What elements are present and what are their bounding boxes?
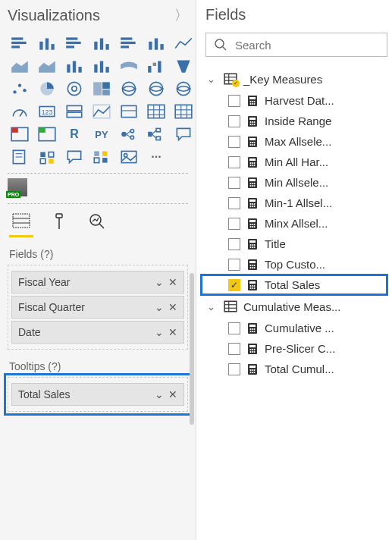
viz-r-visual-badge-icon[interactable] xyxy=(8,124,32,144)
field-item[interactable]: Cumulative ... xyxy=(205,318,387,338)
chevron-down-icon[interactable]: ⌄ xyxy=(155,388,164,400)
viz-filled-map-icon[interactable] xyxy=(144,79,168,99)
svg-rect-12 xyxy=(121,37,132,39)
chevron-down-icon[interactable]: ⌄ xyxy=(155,276,164,288)
svg-point-158 xyxy=(250,246,252,248)
viz-r-visual-icon[interactable]: R xyxy=(62,124,86,144)
viz-matrix-icon[interactable] xyxy=(171,102,196,121)
checkbox[interactable] xyxy=(228,259,240,271)
viz-stacked-area-icon[interactable] xyxy=(35,56,59,76)
search-input[interactable] xyxy=(235,39,379,52)
checkbox[interactable] xyxy=(228,279,240,291)
viz-key-influencers-icon[interactable] xyxy=(117,124,141,144)
checkbox[interactable] xyxy=(228,363,240,375)
field-item[interactable]: Min-1 Allsel... xyxy=(205,193,387,213)
viz-python-visual-badge-icon[interactable] xyxy=(35,124,59,144)
viz-map-icon[interactable] xyxy=(117,79,141,99)
checkbox[interactable] xyxy=(228,218,240,230)
checkbox[interactable] xyxy=(228,238,240,250)
tab-analytics[interactable] xyxy=(85,213,109,237)
viz-config-tabs xyxy=(8,209,188,237)
remove-icon[interactable]: ✕ xyxy=(168,326,177,338)
viz-multi-row-card-icon[interactable] xyxy=(62,102,86,121)
viz-speech-icon[interactable] xyxy=(62,147,86,167)
search-box[interactable] xyxy=(205,33,387,57)
checkbox[interactable] xyxy=(228,197,240,209)
tab-format[interactable] xyxy=(47,213,71,237)
remove-icon[interactable]: ✕ xyxy=(168,388,177,400)
viz-stacked-column-icon[interactable] xyxy=(35,33,59,53)
viz-100-stacked-bar-icon[interactable] xyxy=(117,33,141,53)
checkbox[interactable] xyxy=(228,115,240,127)
svg-rect-60 xyxy=(39,127,45,133)
field-item[interactable]: Min Allsele... xyxy=(205,172,387,193)
svg-rect-11 xyxy=(105,44,108,50)
checkbox[interactable] xyxy=(228,322,240,334)
svg-rect-81 xyxy=(102,158,108,163)
viz-donut-icon[interactable] xyxy=(62,79,86,99)
svg-rect-10 xyxy=(100,39,103,50)
checkbox[interactable] xyxy=(228,343,240,355)
viz-clustered-column-icon[interactable] xyxy=(89,33,114,53)
viz-ribbon-icon[interactable] xyxy=(117,56,141,76)
viz-clustered-bar-icon[interactable] xyxy=(62,33,86,53)
field-item[interactable]: Inside Range xyxy=(205,111,387,131)
field-group-header[interactable]: ⌄Cumulative Meas... xyxy=(205,295,387,318)
scrollbar-thumb[interactable] xyxy=(190,273,194,425)
pro-custom-visual-icon[interactable] xyxy=(8,178,27,196)
viz-line-clustered-column-icon[interactable] xyxy=(89,56,114,76)
checkbox[interactable] xyxy=(228,136,240,148)
viz-gauge-icon[interactable] xyxy=(8,102,32,121)
field-well[interactable]: Date⌄✕ xyxy=(11,321,184,344)
viz-stacked-bar-icon[interactable] xyxy=(8,33,32,53)
field-item[interactable]: Pre-Slicer C... xyxy=(205,338,387,359)
viz-kpi-icon[interactable] xyxy=(89,102,114,121)
checkbox[interactable] xyxy=(228,177,240,189)
field-well[interactable]: Total Sales⌄✕ xyxy=(11,383,184,406)
chevron-down-icon[interactable]: ⌄ xyxy=(155,326,164,338)
field-item[interactable]: Minx Allsel... xyxy=(205,213,387,234)
viz-pie-icon[interactable] xyxy=(35,79,59,99)
chevron-down-icon: ⌄ xyxy=(207,74,218,85)
field-item[interactable]: Min All Har... xyxy=(205,152,387,172)
viz-decomposition-icon[interactable] xyxy=(144,124,168,144)
viz-table-icon[interactable] xyxy=(144,102,168,121)
field-well[interactable]: Fiscal Year⌄✕ xyxy=(11,271,184,294)
checkbox[interactable] xyxy=(228,156,240,168)
viz-treemap-icon[interactable] xyxy=(89,79,114,99)
viz-image-icon[interactable] xyxy=(117,147,141,167)
svg-point-175 xyxy=(252,287,253,289)
viz-waterfall-icon[interactable] xyxy=(144,56,168,76)
viz-line-icon[interactable] xyxy=(171,33,196,53)
viz-100-stacked-column-icon[interactable] xyxy=(144,33,168,53)
field-item[interactable]: Top Custo... xyxy=(205,254,387,275)
field-group-header[interactable]: ⌄✓_Key Measures xyxy=(205,68,387,90)
remove-icon[interactable]: ✕ xyxy=(168,276,177,288)
field-item[interactable]: Total Cumul... xyxy=(205,359,387,379)
collapse-chevron-icon[interactable]: 〉 xyxy=(174,6,188,24)
tab-fields[interactable] xyxy=(9,213,33,237)
viz-shape-map-icon[interactable] xyxy=(171,79,196,99)
viz-apps-icon[interactable] xyxy=(89,147,114,167)
field-item[interactable]: Total Sales xyxy=(201,275,387,295)
viz-scatter-icon[interactable] xyxy=(8,79,32,99)
field-item[interactable]: Max Allsele... xyxy=(205,131,387,152)
viz-q-and-a-icon[interactable] xyxy=(171,124,196,144)
field-item[interactable]: Harvest Dat... xyxy=(205,90,387,111)
remove-icon[interactable]: ✕ xyxy=(168,301,177,313)
viz-more-icon[interactable]: ··· xyxy=(144,147,168,167)
viz-paginated-icon[interactable] xyxy=(8,147,32,167)
checkbox[interactable] xyxy=(228,95,240,107)
viz-python-visual-icon[interactable]: PY xyxy=(89,124,114,144)
fields-panel-title: Fields xyxy=(205,6,246,24)
viz-slicer-icon[interactable] xyxy=(117,102,141,121)
viz-data-point-icon[interactable] xyxy=(35,147,59,167)
field-well[interactable]: Fiscal Quarter⌄✕ xyxy=(11,296,184,319)
viz-funnel-icon[interactable] xyxy=(171,56,196,76)
field-label: Cumulative ... xyxy=(265,322,334,334)
viz-line-stacked-column-icon[interactable] xyxy=(62,56,86,76)
chevron-down-icon[interactable]: ⌄ xyxy=(155,301,164,313)
viz-card-icon[interactable]: 123 xyxy=(35,102,59,121)
viz-area-icon[interactable] xyxy=(8,56,32,76)
field-item[interactable]: Title xyxy=(205,234,387,254)
